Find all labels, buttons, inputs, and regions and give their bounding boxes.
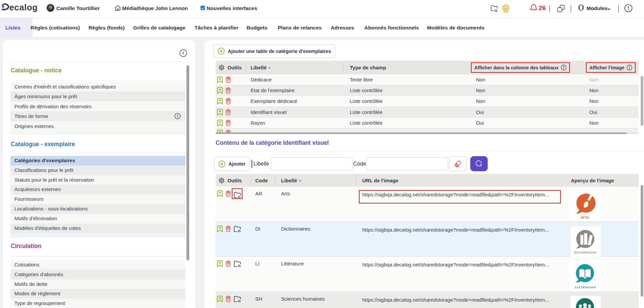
svg-text:Arts: Arts <box>581 216 589 220</box>
svg-text:Littérature: Littérature <box>575 286 596 289</box>
svg-text:ecalog: ecalog <box>9 3 38 12</box>
svg-text:Dictionnaires: Dictionnaires <box>574 251 596 254</box>
